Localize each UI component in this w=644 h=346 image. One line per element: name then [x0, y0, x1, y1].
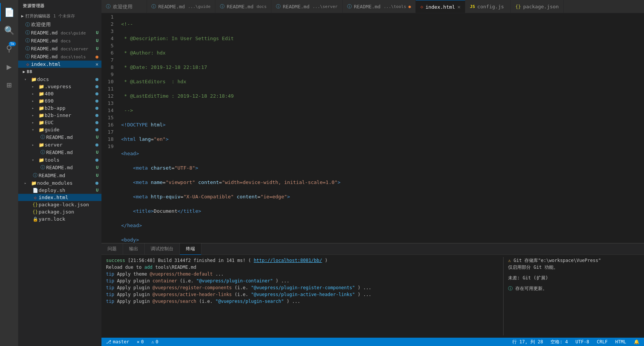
folder-b2b-app[interactable]: ▸ 📁 b2b-app	[18, 104, 101, 112]
code-editor[interactable]: <!-- * @Description: In User Settings Ed…	[117, 13, 644, 243]
terminal-text: (i.e.	[199, 299, 215, 304]
activity-bar-item-files[interactable]: 📄	[0, 3, 18, 21]
dot-indicator	[95, 128, 98, 131]
status-errors[interactable]: ✕ 0	[135, 339, 145, 344]
tab-label: config.js	[477, 4, 504, 9]
folder-b2b-inner[interactable]: ▸ 📁 b2b-inner	[18, 112, 101, 119]
folder-guide[interactable]: ▾ 📁 guide	[18, 126, 101, 133]
tab-close-button[interactable]: ✕	[457, 4, 460, 10]
terminal-text: )	[325, 258, 327, 263]
activity-bar-item-extensions[interactable]: ⊞	[0, 76, 18, 94]
folder-icon: 📁	[30, 181, 37, 186]
file-tools-readme[interactable]: ⓘ README.md U	[18, 164, 101, 171]
activity-bar-item-debug[interactable]: ▶	[0, 58, 18, 76]
file-package-json[interactable]: {} package.json	[18, 208, 101, 215]
md-tab-icon: ⓘ	[220, 3, 225, 10]
folder-label: 690	[45, 98, 95, 104]
folder-node-modules[interactable]: ▸ 📁 node_modules	[18, 179, 101, 187]
git-extension-link[interactable]: 未差: Git (扩展)	[508, 274, 639, 281]
badge-u: U	[96, 188, 98, 193]
error-icon: ✕	[137, 339, 139, 344]
tab-label: README.md	[354, 4, 380, 9]
md-tab-icon: ⓘ	[106, 3, 111, 10]
code-line-7: -->	[121, 107, 644, 114]
folder-vuepress[interactable]: ▸ 📁 .vuepress	[18, 83, 101, 90]
folder-server[interactable]: ▸ 📁 server	[18, 141, 101, 148]
status-eol[interactable]: CRLF	[595, 339, 609, 344]
activity-bar: 📄 🔍 ⚲ 5k ▶ ⊞	[0, 0, 18, 346]
dot-indicator	[95, 143, 98, 147]
folder-690[interactable]: ▸ 📁 690	[18, 97, 101, 104]
terminal-line: Reload due to add tools\README.md	[106, 264, 500, 271]
status-left: ⎇ master ✕ 0 ⚠ 0	[104, 339, 160, 344]
md-icon: ⓘ	[32, 172, 39, 179]
panel-tab-problems[interactable]: 问题	[101, 243, 123, 255]
open-editor-readme-server[interactable]: ⓘ README.md docs\server U	[18, 45, 101, 53]
file-package-lock-json[interactable]: {} package-lock.json	[18, 201, 101, 208]
open-editor-readme-guide[interactable]: ⓘ README.md docs\guide U	[18, 29, 101, 37]
open-editor-readme-docs[interactable]: ⓘ README.md docs U	[18, 37, 101, 45]
tab-readme-server[interactable]: ⓘ README.md ...\server	[271, 0, 343, 13]
tab-readme-docs[interactable]: ⓘ README.md docs	[215, 0, 271, 13]
file-docs-readme[interactable]: ⓘ README.md U	[18, 171, 101, 179]
file-guide-readme[interactable]: ⓘ README.md U	[18, 133, 101, 141]
panel-tab-debug-console[interactable]: 调试控制台	[145, 243, 180, 255]
encoding-text: UTF-8	[575, 339, 589, 344]
panel-content: success [21:56:48] Build 3144f2 finished…	[101, 255, 644, 338]
open-editor-label: README.md docs	[31, 38, 96, 44]
md-icon: ⓘ	[24, 45, 31, 52]
panel-tab-terminal[interactable]: 终端	[180, 243, 201, 255]
terminal-tip: tip	[106, 285, 117, 290]
panel-tab-output[interactable]: 输出	[123, 243, 145, 255]
md-icon: ⓘ	[39, 149, 46, 156]
open-editors-header[interactable]: ▶ 打开的编辑器 1 个未保存	[18, 12, 101, 20]
open-editor-welcome[interactable]: ⓘ 欢迎使用	[18, 20, 101, 29]
tab-readme-guide[interactable]: ⓘ README.md ...\guide	[147, 0, 215, 13]
activity-bar-item-git[interactable]: ⚲ 5k	[0, 39, 18, 58]
tab-readme-tools[interactable]: ⓘ README.md ...\tools ●	[343, 0, 416, 13]
editor-content[interactable]: 1 2 3 4 5 6 7 8 9 10 11 12 13 14 15 16 1…	[101, 13, 644, 243]
status-notifications[interactable]: 🔔	[632, 339, 641, 344]
code-line-12: <meta name="viewport" content="width=dev…	[121, 179, 644, 186]
file-server-readme[interactable]: ⓘ README.md U	[18, 148, 101, 156]
sidebar-scroll[interactable]: ▶ 打开的编辑器 1 个未保存 ⓘ 欢迎使用 ⓘ README.md docs\…	[18, 12, 101, 346]
activity-bar-item-search[interactable]: 🔍	[0, 21, 18, 39]
workspace-arrow: ▶	[23, 69, 25, 74]
status-branch[interactable]: ⎇ master	[104, 339, 131, 344]
status-language[interactable]: HTML	[614, 339, 628, 344]
tab-welcome[interactable]: ⓘ 欢迎使用	[101, 0, 147, 13]
git-warning: ⚠ Git 存储库"e:\workspace\VuePress"	[508, 257, 639, 264]
line-numbers: 1 2 3 4 5 6 7 8 9 10 11 12 13 14 15 16 1…	[101, 13, 117, 243]
status-warnings[interactable]: ⚠ 0	[150, 339, 160, 344]
workspace-header[interactable]: ▶ BB	[18, 68, 101, 76]
git-extension-text: 未差: Git (扩展)	[508, 275, 548, 281]
terminal-text: ) ...	[358, 292, 371, 297]
terminal-link[interactable]: http://localhost:8081/bb/	[254, 258, 322, 263]
chevron-right-icon: ▸	[24, 181, 30, 185]
tab-label: README.md	[227, 4, 253, 9]
error-count: 0	[141, 339, 144, 344]
md-tab-icon: ⓘ	[276, 3, 281, 10]
tab-package-json[interactable]: {} package.json	[511, 0, 563, 13]
open-editor-index-html[interactable]: ◇ index.html ✕	[18, 61, 101, 68]
chevron-down-icon: ▾	[32, 128, 38, 132]
file-index-html[interactable]: ◇ index.html	[18, 194, 101, 201]
md-tab-icon: ⓘ	[347, 3, 352, 10]
status-spaces[interactable]: 空格: 4	[549, 339, 569, 345]
code-line-2: * @Description: In User Settings Edit	[121, 35, 644, 42]
file-deploy-sh[interactable]: 📄 deploy.sh U	[18, 187, 101, 194]
folder-tools[interactable]: ▾ 📁 tools	[18, 156, 101, 164]
chevron-right-icon: ▸	[32, 113, 38, 117]
close-icon[interactable]: ✕	[95, 61, 98, 67]
file-yarn-lock[interactable]: 🔒 yarn.lock	[18, 215, 101, 223]
tab-index-html[interactable]: ◇ index.html ✕	[416, 0, 465, 13]
open-editor-readme-tools[interactable]: ⓘ README.md docs\tools ●	[18, 53, 101, 61]
folder-400[interactable]: ▸ 📁 400	[18, 90, 101, 97]
status-encoding[interactable]: UTF-8	[574, 339, 591, 344]
status-position[interactable]: 行 17, 列 28	[511, 339, 545, 345]
folder-docs[interactable]: ▾ 📁 docs	[18, 76, 101, 83]
tab-bar: ⓘ 欢迎使用 ⓘ README.md ...\guide ⓘ README.md…	[101, 0, 644, 13]
tab-config-js[interactable]: JS config.js	[465, 0, 511, 13]
folder-euc[interactable]: ▸ 📁 EUC	[18, 119, 101, 126]
file-label: deploy.sh	[39, 187, 96, 193]
